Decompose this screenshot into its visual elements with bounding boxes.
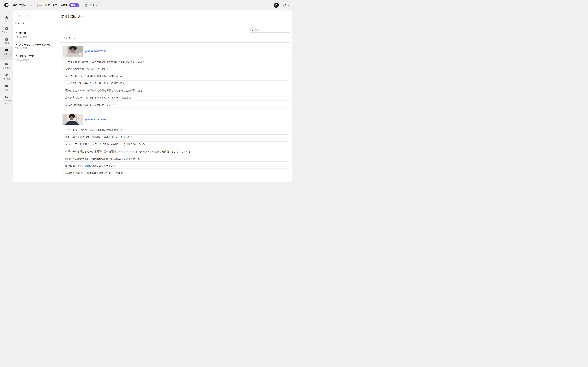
user-avatar[interactable]: 佐: [274, 3, 279, 8]
interviewee-link[interactable]: pj1091 B #176777: [85, 50, 106, 53]
segment-meta: 予約 1 / 定員 3: [15, 58, 54, 61]
sidebar-item-label: アクティビティ: [1, 100, 12, 105]
sidebar-item-label: 通知設定: [1, 77, 12, 80]
sidebar-item-notification-settings[interactable]: 通知設定: [0, 71, 13, 82]
interview-icon: [5, 49, 8, 52]
sidebar-item-label: アンケート: [1, 31, 12, 33]
segment-title: [A] 会社員: [15, 31, 54, 34]
interview-card: pj1091 B #176777 デザイン作業では色の正確さが命なので照明は自然…: [62, 46, 289, 109]
interviewee-video-thumbnail[interactable]: [62, 46, 83, 57]
topbar-right: 佐: [274, 2, 291, 8]
page-title: 切片お気に入り: [61, 14, 84, 19]
favorite-snippet[interactable]: 一人暮らしだと仕事から完全に切り離される場所がない: [63, 81, 289, 86]
search-input[interactable]: [254, 28, 290, 31]
search-box: [250, 27, 290, 33]
segment-title: [C] 今後ワーママ: [15, 54, 54, 58]
section-divider-bottom: [59, 180, 290, 180]
favorite-snippet[interactable]: デザイン作業では色の正確さが命なので照明は自然光に近いものを選んだ: [63, 59, 289, 65]
segment-item[interactable]: [B] フリーランス（デザイナー） 予約 1 / 定員 1: [13, 41, 57, 52]
sidebar-item-surveys[interactable]: アンケート: [0, 25, 13, 36]
sidebar-item-label: 回答者: [1, 42, 12, 45]
favorite-snippet[interactable]: 成果物を明確にし、評価基準を透明化することが重要: [63, 170, 289, 176]
interviewee-video-thumbnail[interactable]: [62, 114, 83, 125]
section-label-interviews: インタビュー: [63, 37, 78, 40]
topbar: ABC_デザイン pj1091 リモートワーク調査 実施中 連携 佐: [0, 0, 294, 10]
project-name: リモートワーク調査: [45, 4, 68, 7]
avatar-initial: 佐: [275, 4, 277, 7]
sidebar-item-label: ホーム: [1, 20, 12, 23]
sun-icon: [283, 4, 286, 7]
activity-icon: [5, 95, 8, 99]
app-screen: ABC_デザイン pj1091 リモートワーク調査 実施中 連携 佐: [0, 0, 294, 184]
segment-panel-header: セグメント: [15, 21, 57, 25]
sidebar: ホーム アンケート 回答者: [0, 10, 13, 184]
integration-button[interactable]: 連携: [82, 2, 99, 8]
sidebar-item-activity[interactable]: アクティビティ: [0, 93, 13, 107]
interview-header: pj1091 A #176769: [62, 114, 289, 125]
favorite-snippet[interactable]: 妻と一緒に自宅でバランスの取れた食事を食べられるようになった: [63, 134, 289, 140]
scrollbar-thumb[interactable]: [289, 35, 290, 39]
workspace-name: ABC_デザイン: [12, 4, 29, 7]
calendar-check-icon: [85, 4, 88, 7]
respondents-icon: [5, 38, 8, 41]
segment-panel: クリア セグメント [A] 会社員 予約 1 / 定員 4 [B] フリーランス…: [13, 10, 57, 182]
favorite-snippet[interactable]: インスピレーションを得る時間を確保しやすくなった: [63, 73, 289, 79]
chevron-down-icon: [288, 5, 290, 6]
app-logo-icon: [4, 3, 9, 8]
content-card: クリア セグメント [A] 会社員 予約 1 / 定員 4 [B] フリーランス…: [13, 10, 292, 182]
favorite-snippet[interactable]: 夜中にふとアイデアが浮かんで作業を再開してしまうことが頻繁にある: [63, 88, 289, 93]
segment-meta: 予約 1 / 定員 1: [15, 47, 54, 50]
chevron-down-icon: [30, 5, 32, 6]
segment-meta: 予約 1 / 定員 4: [15, 35, 54, 38]
sidebar-item-interviews[interactable]: インタビュー: [0, 47, 13, 60]
interviewee-link[interactable]: pj1091 A #176769: [85, 118, 106, 121]
interview-card: pj1091 A #176769 リモートワークになってから健康面が大きく改善し…: [62, 114, 289, 177]
sidebar-item-settings[interactable]: 設定: [0, 82, 13, 93]
sidebar-item-home[interactable]: ホーム: [0, 14, 13, 25]
status-badge: 実施中: [69, 3, 79, 7]
favorite-snippet[interactable]: 作業の停滞を避けるため、意図的に朝の短時間のデイリーミーティングでタスクの詰まり…: [63, 149, 289, 154]
favorite-snippet[interactable]: リモートワークになってから健康面が大きく改善した: [63, 127, 289, 133]
favorite-snippet[interactable]: 必ず夕方にはパソコンをシャットダウンするルールを設けた: [63, 95, 289, 100]
sidebar-item-respondents[interactable]: 回答者: [0, 36, 13, 47]
notification-settings-icon: [5, 74, 8, 77]
segment-list: [A] 会社員 予約 1 / 定員 4 [B] フリーランス（デザイナー） 予約…: [13, 29, 57, 64]
segment-item[interactable]: [A] 会社員 予約 1 / 定員 4: [13, 29, 57, 41]
survey-icon: [5, 27, 8, 30]
favorite-snippet[interactable]: エンジニアとしてリモートワークで集中力の維持という恩恵を受けている: [63, 142, 289, 147]
files-icon: [5, 62, 8, 66]
clear-button-label: クリア: [22, 14, 29, 17]
topbar-left: ABC_デザイン pj1091 リモートワーク調査 実施中 連携: [4, 2, 99, 8]
sidebar-item-label: 設定: [1, 89, 12, 91]
close-icon: [18, 15, 21, 17]
settings-icon: [5, 84, 8, 88]
home-icon: [5, 16, 8, 19]
favorite-snippet[interactable]: 友人との交流も平日の夜に設定しやすくなった: [63, 102, 289, 108]
main-content: 切片お気に入り インタビュー: [57, 10, 292, 182]
sidebar-item-files[interactable]: ファイル: [0, 60, 13, 71]
favorite-snippet[interactable]: 出社日は中長期的な戦略会議に集中させている: [63, 163, 289, 169]
chevron-down-icon: [96, 5, 97, 6]
sidebar-item-label: ファイル: [1, 67, 12, 69]
search-icon: [250, 28, 253, 31]
segment-title: [B] フリーランス（デザイナー）: [15, 43, 54, 46]
favorite-snippet[interactable]: 雑談タイムがチームの心理的安全性を保つのに役立っていると感じる: [63, 156, 289, 162]
workspace-switcher[interactable]: ABC_デザイン: [12, 4, 32, 7]
sidebar-item-label: インタビュー: [1, 53, 12, 58]
section-divider-top: [59, 42, 290, 43]
segment-item[interactable]: [C] 今後ワーママ 予約 1 / 定員 3: [13, 52, 57, 64]
theme-toggle-button[interactable]: [281, 2, 291, 8]
clear-filter-button[interactable]: クリア: [16, 13, 32, 18]
favorite-snippet[interactable]: 壁の色も集中を妨げないように工夫した: [63, 66, 289, 72]
interview-header: pj1091 B #176777: [62, 46, 289, 57]
integration-label: 連携: [89, 4, 94, 7]
project-code: pj1091: [36, 4, 43, 7]
